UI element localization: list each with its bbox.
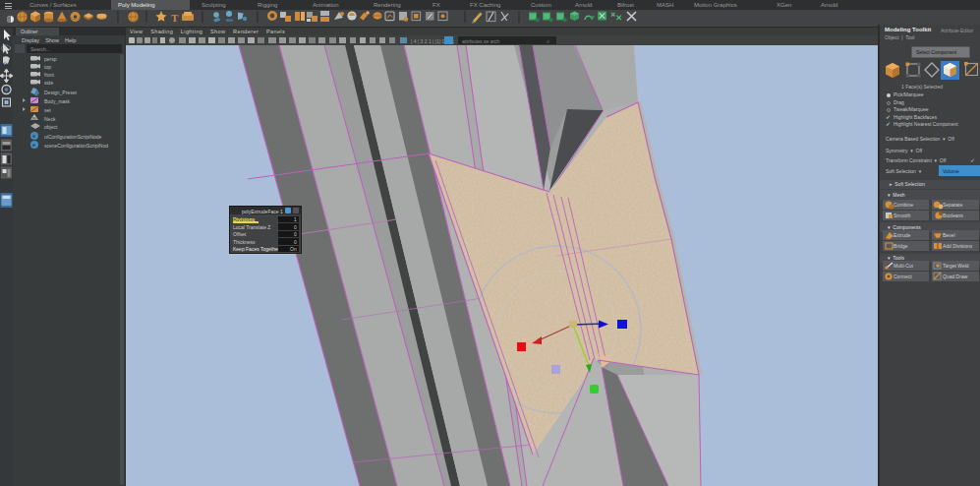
svg-text:Design_Preset: Design_Preset xyxy=(44,90,77,95)
svg-text:T: T xyxy=(171,12,179,24)
svg-text:front: front xyxy=(44,72,55,78)
svg-text:Neck: Neck xyxy=(44,116,56,122)
svg-text:e: e xyxy=(32,133,35,139)
svg-text:⌕: ⌕ xyxy=(547,38,549,44)
svg-text:side: side xyxy=(44,80,53,86)
svg-text:e: e xyxy=(32,142,35,148)
svg-text:set: set xyxy=(44,107,51,113)
svg-text:object: object xyxy=(44,124,58,130)
svg-text:persp: persp xyxy=(44,56,57,62)
svg-text:sceneConfigurationScriptNod: sceneConfigurationScriptNod xyxy=(44,143,108,149)
svg-text:top: top xyxy=(44,64,51,70)
svg-text:uiConfigurationScriptNode: uiConfigurationScriptNode xyxy=(44,134,102,140)
svg-text:attributes.se arch: attributes.se arch xyxy=(462,38,500,44)
svg-text:Body_mask: Body_mask xyxy=(44,98,71,104)
